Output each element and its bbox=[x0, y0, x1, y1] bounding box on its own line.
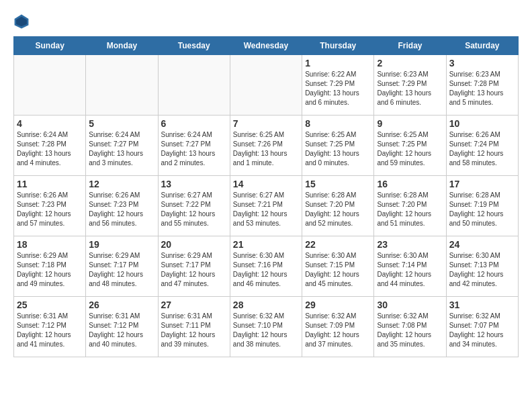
day-number: 15 bbox=[305, 179, 371, 189]
calendar-day: 21Sunrise: 6:30 AM Sunset: 7:16 PM Dayli… bbox=[230, 236, 302, 297]
day-number: 27 bbox=[161, 300, 227, 310]
day-number: 24 bbox=[449, 239, 515, 250]
day-info: Sunrise: 6:29 AM Sunset: 7:17 PM Dayligh… bbox=[89, 251, 154, 289]
day-info: Sunrise: 6:26 AM Sunset: 7:23 PM Dayligh… bbox=[89, 191, 154, 228]
day-number: 28 bbox=[233, 300, 299, 310]
calendar-day bbox=[230, 55, 302, 116]
day-number: 9 bbox=[377, 118, 443, 129]
calendar-day: 4Sunrise: 6:24 AM Sunset: 7:28 PM Daylig… bbox=[14, 116, 86, 176]
day-info: Sunrise: 6:28 AM Sunset: 7:20 PM Dayligh… bbox=[305, 191, 371, 228]
calendar-day: 20Sunrise: 6:29 AM Sunset: 7:17 PM Dayli… bbox=[158, 236, 230, 297]
calendar-day: 7Sunrise: 6:25 AM Sunset: 7:26 PM Daylig… bbox=[230, 116, 302, 176]
calendar-body: 1Sunrise: 6:22 AM Sunset: 7:29 PM Daylig… bbox=[14, 55, 519, 357]
day-info: Sunrise: 6:23 AM Sunset: 7:28 PM Dayligh… bbox=[449, 70, 515, 107]
day-info: Sunrise: 6:25 AM Sunset: 7:25 PM Dayligh… bbox=[305, 130, 371, 168]
day-info: Sunrise: 6:32 AM Sunset: 7:10 PM Dayligh… bbox=[233, 312, 299, 349]
calendar-day bbox=[14, 55, 86, 116]
day-info: Sunrise: 6:26 AM Sunset: 7:23 PM Dayligh… bbox=[17, 191, 83, 228]
day-info: Sunrise: 6:30 AM Sunset: 7:15 PM Dayligh… bbox=[305, 251, 371, 289]
calendar-day: 19Sunrise: 6:29 AM Sunset: 7:17 PM Dayli… bbox=[86, 236, 158, 297]
day-info: Sunrise: 6:28 AM Sunset: 7:19 PM Dayligh… bbox=[449, 191, 515, 228]
page-header bbox=[13, 13, 519, 30]
day-info: Sunrise: 6:29 AM Sunset: 7:17 PM Dayligh… bbox=[161, 251, 227, 289]
day-info: Sunrise: 6:24 AM Sunset: 7:27 PM Dayligh… bbox=[161, 130, 227, 168]
day-info: Sunrise: 6:31 AM Sunset: 7:12 PM Dayligh… bbox=[17, 312, 83, 349]
day-info: Sunrise: 6:32 AM Sunset: 7:07 PM Dayligh… bbox=[449, 312, 515, 349]
calendar-day: 31Sunrise: 6:32 AM Sunset: 7:07 PM Dayli… bbox=[446, 297, 518, 357]
day-info: Sunrise: 6:23 AM Sunset: 7:29 PM Dayligh… bbox=[377, 70, 443, 107]
day-info: Sunrise: 6:31 AM Sunset: 7:11 PM Dayligh… bbox=[161, 312, 227, 349]
day-number: 13 bbox=[161, 179, 227, 189]
calendar-day: 16Sunrise: 6:28 AM Sunset: 7:20 PM Dayli… bbox=[374, 176, 446, 236]
day-number: 23 bbox=[377, 239, 443, 250]
day-info: Sunrise: 6:30 AM Sunset: 7:13 PM Dayligh… bbox=[449, 251, 515, 289]
day-number: 21 bbox=[233, 239, 299, 250]
day-info: Sunrise: 6:24 AM Sunset: 7:27 PM Dayligh… bbox=[89, 130, 154, 168]
day-number: 18 bbox=[17, 239, 83, 250]
day-info: Sunrise: 6:26 AM Sunset: 7:24 PM Dayligh… bbox=[449, 130, 515, 168]
weekday-header-row: SundayMondayTuesdayWednesdayThursdayFrid… bbox=[14, 37, 519, 55]
day-info: Sunrise: 6:25 AM Sunset: 7:26 PM Dayligh… bbox=[233, 130, 299, 168]
logo bbox=[13, 13, 32, 30]
calendar-day: 28Sunrise: 6:32 AM Sunset: 7:10 PM Dayli… bbox=[230, 297, 302, 357]
day-number: 6 bbox=[161, 118, 227, 129]
calendar-day: 5Sunrise: 6:24 AM Sunset: 7:27 PM Daylig… bbox=[86, 116, 158, 176]
weekday-header-sunday: Sunday bbox=[14, 37, 86, 55]
calendar-week-2: 4Sunrise: 6:24 AM Sunset: 7:28 PM Daylig… bbox=[14, 116, 519, 176]
weekday-header-wednesday: Wednesday bbox=[230, 37, 302, 55]
calendar-day: 12Sunrise: 6:26 AM Sunset: 7:23 PM Dayli… bbox=[86, 176, 158, 236]
day-number: 3 bbox=[449, 58, 515, 68]
day-info: Sunrise: 6:27 AM Sunset: 7:22 PM Dayligh… bbox=[161, 191, 227, 228]
calendar-day: 27Sunrise: 6:31 AM Sunset: 7:11 PM Dayli… bbox=[158, 297, 230, 357]
logo-icon bbox=[13, 13, 30, 30]
day-number: 11 bbox=[17, 179, 83, 189]
weekday-header-tuesday: Tuesday bbox=[158, 37, 230, 55]
day-number: 10 bbox=[449, 118, 515, 129]
day-info: Sunrise: 6:30 AM Sunset: 7:16 PM Dayligh… bbox=[233, 251, 299, 289]
calendar-day: 24Sunrise: 6:30 AM Sunset: 7:13 PM Dayli… bbox=[446, 236, 518, 297]
calendar-day: 14Sunrise: 6:27 AM Sunset: 7:21 PM Dayli… bbox=[230, 176, 302, 236]
calendar-day: 22Sunrise: 6:30 AM Sunset: 7:15 PM Dayli… bbox=[302, 236, 374, 297]
calendar-day: 13Sunrise: 6:27 AM Sunset: 7:22 PM Dayli… bbox=[158, 176, 230, 236]
day-number: 20 bbox=[161, 239, 227, 250]
day-info: Sunrise: 6:32 AM Sunset: 7:09 PM Dayligh… bbox=[305, 312, 371, 349]
calendar-day: 9Sunrise: 6:25 AM Sunset: 7:25 PM Daylig… bbox=[374, 116, 446, 176]
calendar-week-1: 1Sunrise: 6:22 AM Sunset: 7:29 PM Daylig… bbox=[14, 55, 519, 116]
calendar-day: 10Sunrise: 6:26 AM Sunset: 7:24 PM Dayli… bbox=[446, 116, 518, 176]
day-number: 17 bbox=[449, 179, 515, 189]
weekday-header-saturday: Saturday bbox=[446, 37, 518, 55]
calendar-day bbox=[158, 55, 230, 116]
day-number: 29 bbox=[305, 300, 371, 310]
day-number: 14 bbox=[233, 179, 299, 189]
calendar-day: 8Sunrise: 6:25 AM Sunset: 7:25 PM Daylig… bbox=[302, 116, 374, 176]
calendar-week-4: 18Sunrise: 6:29 AM Sunset: 7:18 PM Dayli… bbox=[14, 236, 519, 297]
day-number: 26 bbox=[89, 300, 154, 310]
calendar-day: 26Sunrise: 6:31 AM Sunset: 7:12 PM Dayli… bbox=[86, 297, 158, 357]
day-info: Sunrise: 6:22 AM Sunset: 7:29 PM Dayligh… bbox=[305, 70, 371, 107]
calendar-day: 23Sunrise: 6:30 AM Sunset: 7:14 PM Dayli… bbox=[374, 236, 446, 297]
calendar-day: 6Sunrise: 6:24 AM Sunset: 7:27 PM Daylig… bbox=[158, 116, 230, 176]
day-info: Sunrise: 6:30 AM Sunset: 7:14 PM Dayligh… bbox=[377, 251, 443, 289]
weekday-header-thursday: Thursday bbox=[302, 37, 374, 55]
calendar-day: 17Sunrise: 6:28 AM Sunset: 7:19 PM Dayli… bbox=[446, 176, 518, 236]
day-number: 2 bbox=[377, 58, 443, 68]
day-number: 12 bbox=[89, 179, 154, 189]
day-number: 16 bbox=[377, 179, 443, 189]
day-number: 22 bbox=[305, 239, 371, 250]
calendar-header: SundayMondayTuesdayWednesdayThursdayFrid… bbox=[14, 37, 519, 55]
calendar-day: 11Sunrise: 6:26 AM Sunset: 7:23 PM Dayli… bbox=[14, 176, 86, 236]
calendar-day bbox=[86, 55, 158, 116]
day-info: Sunrise: 6:25 AM Sunset: 7:25 PM Dayligh… bbox=[377, 130, 443, 168]
calendar-table: SundayMondayTuesdayWednesdayThursdayFrid… bbox=[13, 36, 519, 357]
day-number: 8 bbox=[305, 118, 371, 129]
calendar-day: 15Sunrise: 6:28 AM Sunset: 7:20 PM Dayli… bbox=[302, 176, 374, 236]
day-number: 1 bbox=[305, 58, 371, 68]
day-info: Sunrise: 6:24 AM Sunset: 7:28 PM Dayligh… bbox=[17, 130, 83, 168]
day-info: Sunrise: 6:32 AM Sunset: 7:08 PM Dayligh… bbox=[377, 312, 443, 349]
day-number: 4 bbox=[17, 118, 83, 129]
day-info: Sunrise: 6:27 AM Sunset: 7:21 PM Dayligh… bbox=[233, 191, 299, 228]
day-number: 7 bbox=[233, 118, 299, 129]
weekday-header-friday: Friday bbox=[374, 37, 446, 55]
calendar-day: 29Sunrise: 6:32 AM Sunset: 7:09 PM Dayli… bbox=[302, 297, 374, 357]
day-info: Sunrise: 6:31 AM Sunset: 7:12 PM Dayligh… bbox=[89, 312, 154, 349]
